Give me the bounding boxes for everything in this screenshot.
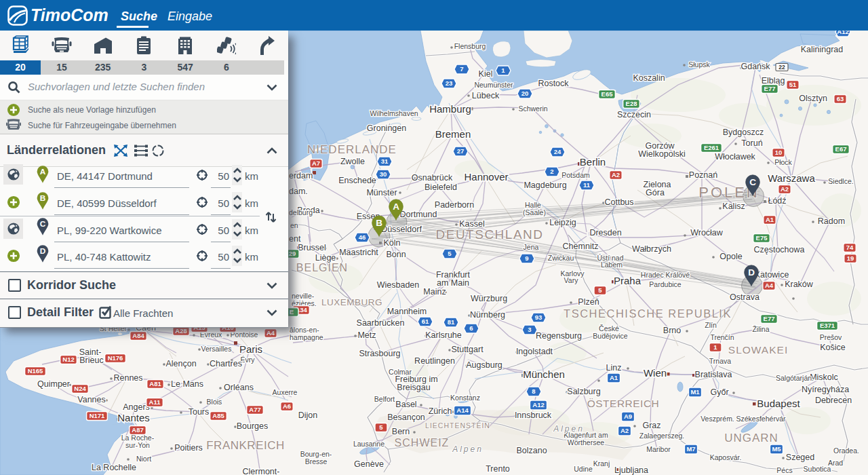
svg-text:29: 29	[289, 250, 296, 257]
svg-text:Ljubljana: Ljubljana	[614, 466, 648, 475]
svg-text:Alpen: Alpen	[452, 444, 484, 454]
svg-text:A87: A87	[132, 426, 143, 434]
svg-text:6: 6	[469, 324, 473, 332]
svg-text:Osnabrück: Osnabrück	[412, 173, 453, 183]
svg-text:Győr: Győr	[710, 387, 728, 397]
svg-text:Gdańsk: Gdańsk	[741, 62, 770, 71]
svg-text:N176: N176	[108, 354, 123, 362]
svg-text:dam.: dam.	[289, 187, 308, 196]
svg-text:LUXEMBURG: LUXEMBURG	[321, 297, 382, 307]
svg-text:Vannes: Vannes	[77, 395, 105, 404]
svg-text:5: 5	[379, 423, 383, 431]
svg-text:Breisgau: Breisgau	[397, 383, 430, 392]
svg-text:BELGIEN: BELGIEN	[296, 262, 348, 273]
svg-text:Basel: Basel	[395, 400, 416, 409]
svg-text:Liège: Liège	[315, 253, 336, 263]
svg-text:C: C	[40, 219, 46, 229]
svg-text:Zürich: Zürich	[429, 406, 452, 416]
svg-text:Alpen: Alpen	[553, 424, 585, 434]
svg-text:Prešov: Prešov	[820, 333, 842, 341]
svg-text:Zwickau: Zwickau	[548, 254, 574, 262]
svg-text:Opole: Opole	[719, 252, 742, 261]
svg-text:2: 2	[550, 168, 553, 175]
svg-text:Katowice: Katowice	[755, 270, 789, 280]
svg-text:Wiesbaden: Wiesbaden	[377, 280, 420, 290]
svg-text:Zalaegerszeg.: Zalaegerszeg.	[639, 432, 685, 440]
svg-text:M5: M5	[772, 445, 781, 453]
svg-text:Chartres: Chartres	[210, 359, 242, 368]
svg-text:hampagne: hampagne	[290, 333, 323, 341]
svg-text:Münster: Münster	[366, 188, 397, 197]
svg-text:63: 63	[837, 95, 844, 102]
svg-text:Belfort: Belfort	[374, 395, 395, 403]
svg-text:22: 22	[778, 64, 785, 71]
svg-text:A28: A28	[175, 327, 186, 335]
svg-text:Angers: Angers	[123, 402, 150, 412]
svg-text:E261: E261	[704, 144, 719, 151]
svg-text:Koszalin: Koszalin	[633, 73, 665, 83]
svg-text:am Main: am Main	[437, 278, 469, 288]
svg-text:Szczecin: Szczecin	[617, 110, 651, 119]
svg-text:A14: A14	[456, 406, 469, 414]
svg-text:Karlsruhe: Karlsruhe	[425, 330, 462, 340]
svg-text:20: 20	[521, 90, 529, 97]
svg-text:A77: A77	[249, 406, 260, 413]
svg-text:A1: A1	[610, 374, 618, 381]
svg-text:Blois: Blois	[207, 398, 222, 406]
svg-text:B: B	[40, 193, 46, 203]
svg-text:Žilina: Žilina	[752, 325, 769, 333]
svg-text:Bielefeld: Bielefeld	[425, 183, 457, 192]
svg-text:Kaposvár.: Kaposvár.	[710, 453, 742, 461]
svg-text:Wielkopolski: Wielkopolski	[638, 149, 685, 159]
svg-text:Ingolstadt: Ingolstadt	[516, 347, 553, 356]
svg-text:Poznań: Poznań	[689, 170, 717, 180]
svg-text:Wien: Wien	[644, 367, 667, 379]
svg-text:3: 3	[528, 326, 531, 333]
svg-text:N165: N165	[28, 367, 43, 375]
svg-text:ÖSTERREICH: ÖSTERREICH	[587, 398, 660, 409]
svg-text:Udine: Udine	[574, 465, 593, 473]
svg-text:Innsbruck: Innsbruck	[515, 411, 552, 420]
svg-text:A6: A6	[283, 402, 291, 410]
svg-text:D: D	[748, 267, 755, 278]
svg-text:74: 74	[846, 244, 854, 251]
svg-text:Praha: Praha	[614, 275, 642, 286]
svg-text:Góra: Góra	[646, 188, 665, 197]
svg-text:M1: M1	[690, 388, 700, 396]
svg-text:M7: M7	[686, 445, 695, 453]
svg-text:Warszawa: Warszawa	[768, 172, 815, 184]
svg-text:SLOWAKEI: SLOWAKEI	[728, 344, 788, 356]
svg-text:A1: A1	[766, 216, 774, 223]
svg-text:Székesfehérvár: Székesfehérvár	[736, 415, 786, 423]
svg-text:Plzeň: Plzeň	[578, 297, 599, 307]
svg-text:FRANKREICH: FRANKREICH	[206, 439, 285, 452]
svg-text:A81: A81	[149, 380, 161, 387]
svg-text:Tours: Tours	[189, 407, 210, 417]
svg-text:Labem: Labem	[601, 261, 623, 269]
svg-text:A12: A12	[532, 401, 544, 408]
svg-text:A12: A12	[837, 31, 848, 35]
svg-text:Nürnberg: Nürnberg	[470, 310, 505, 320]
svg-text:Hannover: Hannover	[464, 171, 508, 183]
svg-text:Évry: Évry	[241, 356, 256, 364]
svg-text:A2: A2	[781, 185, 789, 193]
svg-text:Wörthersee: Wörthersee	[568, 438, 604, 446]
svg-text:Düsseldorf: Düsseldorf	[381, 225, 422, 234]
svg-text:E28: E28	[626, 100, 637, 107]
svg-text:Wałbrzych: Wałbrzych	[632, 244, 671, 254]
svg-text:Hamburg: Hamburg	[429, 103, 471, 115]
svg-text:Toruń: Toruń	[741, 138, 762, 148]
svg-text:Budějovice: Budějovice	[593, 332, 628, 340]
svg-text:Graz: Graz	[642, 421, 660, 430]
svg-text:E67: E67	[835, 145, 847, 153]
svg-text:Olsztyn: Olsztyn	[799, 94, 827, 103]
svg-text:31: 31	[381, 157, 389, 165]
svg-text:sur-Yon: sur-Yon	[125, 441, 150, 449]
svg-text:Łódź: Łódź	[768, 196, 786, 206]
svg-text:E65: E65	[601, 90, 614, 98]
svg-text:Wrocław: Wrocław	[690, 228, 724, 238]
svg-text:Mannheim: Mannheim	[387, 307, 427, 316]
svg-text:en: en	[290, 221, 298, 229]
svg-text:Słupsk: Słupsk	[688, 60, 710, 69]
svg-text:Linz: Linz	[606, 363, 622, 373]
